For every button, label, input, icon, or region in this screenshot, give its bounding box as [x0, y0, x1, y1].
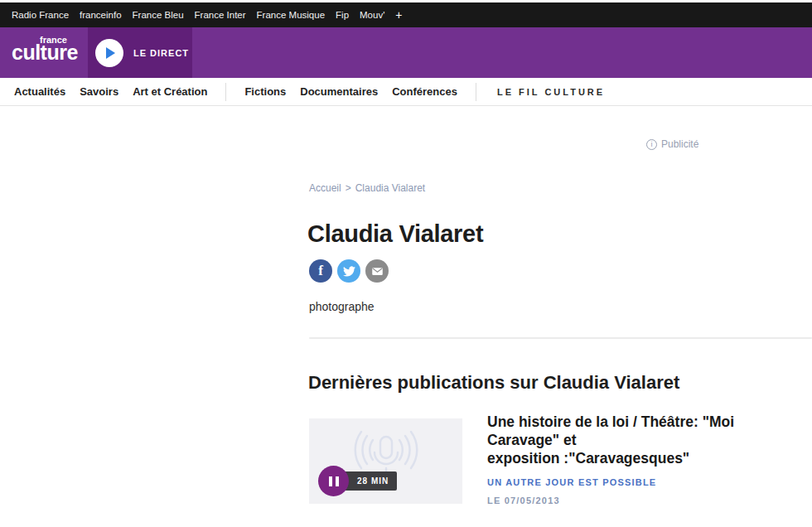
duration-text: 28 MIN: [357, 476, 389, 486]
breadcrumb: Accueil>Claudia Vialaret: [309, 182, 425, 194]
play-icon: [95, 39, 123, 67]
article-summary: Une histoire de la loi / Théâtre: "Moi C…: [487, 413, 810, 505]
profile-role: photographe: [309, 300, 375, 313]
section-divider: [309, 337, 812, 339]
nav-item-le-fil-culture[interactable]: LE FIL CULTURE: [497, 87, 605, 97]
info-circle-icon: [646, 139, 657, 150]
nav-divider: [476, 83, 476, 101]
publications-heading: Dernières publications sur Claudia Viala…: [308, 372, 679, 394]
duration-badge: 28 MIN: [344, 471, 397, 491]
nav-item-art-et-creation[interactable]: Art et Création: [133, 85, 207, 98]
social-share-bar: f: [309, 259, 389, 283]
ad-label: Publicité: [646, 138, 698, 150]
nav-item-conferences[interactable]: Conférences: [392, 85, 457, 98]
email-share-button[interactable]: [365, 259, 389, 283]
live-label: LE DIRECT: [133, 48, 189, 58]
network-link-mouv[interactable]: Mouv': [360, 10, 384, 20]
ad-label-text: Publicité: [661, 138, 698, 150]
logo-text-culture: culture: [12, 41, 68, 65]
breadcrumb-home-link[interactable]: Accueil: [309, 182, 341, 194]
france-culture-logo[interactable]: france culture: [12, 35, 68, 65]
nav-item-actualites[interactable]: Actualités: [14, 85, 65, 98]
network-link-france-inter[interactable]: France Inter: [195, 10, 246, 20]
podcast-thumbnail[interactable]: 28 MIN: [309, 418, 462, 504]
facebook-icon: f: [318, 263, 323, 279]
page-title: Claudia Vialaret: [307, 220, 483, 248]
live-stream-button[interactable]: LE DIRECT: [88, 27, 192, 78]
email-icon: [371, 265, 384, 278]
network-link-france-bleu[interactable]: France Bleu: [133, 10, 184, 20]
nav-item-savoirs[interactable]: Savoirs: [80, 85, 118, 98]
main-navigation: Actualités Savoirs Art et Création Ficti…: [0, 78, 812, 106]
twitter-share-button[interactable]: [337, 259, 360, 283]
radio-france-network-bar: Radio France franceinfo France Bleu Fran…: [0, 2, 812, 27]
breadcrumb-separator: >: [346, 182, 351, 194]
pause-button[interactable]: [318, 466, 349, 496]
network-link-france-musique[interactable]: France Musique: [257, 10, 325, 20]
site-header: france culture LE DIRECT: [0, 27, 812, 78]
show-name-link[interactable]: UN AUTRE JOUR EST POSSIBLE: [487, 477, 810, 487]
article-date: LE 07/05/2013: [487, 496, 810, 505]
breadcrumb-current: Claudia Vialaret: [355, 182, 426, 194]
nav-divider: [225, 83, 226, 101]
nav-item-fictions[interactable]: Fictions: [244, 85, 286, 98]
nav-item-documentaires[interactable]: Documentaires: [300, 85, 378, 98]
article-title-link[interactable]: Une histoire de la loi / Théâtre: "Moi C…: [487, 413, 810, 468]
network-more-button[interactable]: +: [395, 8, 402, 22]
facebook-share-button[interactable]: f: [309, 259, 332, 283]
network-link-radio-france[interactable]: Radio France: [12, 10, 69, 20]
network-link-fip[interactable]: Fip: [336, 10, 349, 20]
pause-icon: [329, 476, 332, 486]
twitter-icon: [343, 265, 355, 278]
network-link-franceinfo[interactable]: franceinfo: [80, 10, 122, 20]
